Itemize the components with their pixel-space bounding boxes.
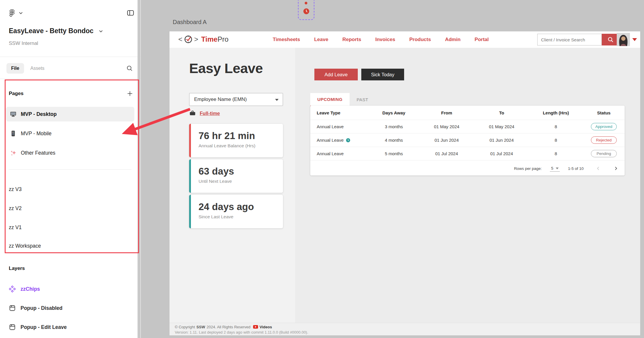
cell-from: 01 May 2024	[419, 124, 474, 129]
timepro-logo[interactable]: < > TimePro	[178, 35, 228, 44]
rows-per-page-value: 5	[551, 166, 553, 170]
layer-popup-disabled[interactable]: Popup - Disabled	[9, 301, 62, 315]
leave-type-text: Annual Leave	[317, 138, 344, 143]
frame-title[interactable]: Dashboard A	[173, 19, 207, 26]
cell-status: Pending	[583, 150, 625, 157]
employment-type-link[interactable]: Full-time	[200, 111, 220, 116]
nav-portal[interactable]: Portal	[474, 37, 489, 43]
add-leave-button[interactable]: Add Leave	[314, 69, 358, 80]
frame-icon	[9, 324, 16, 331]
divider	[0, 79, 141, 79]
tab-past[interactable]: PAST	[350, 93, 375, 107]
cell-to: 01 Jul 2024	[474, 151, 529, 156]
file-title[interactable]: EasyLeave - Betty Bondoc	[9, 27, 103, 35]
logo-angle-close: >	[194, 35, 198, 43]
col-to: To	[474, 110, 529, 115]
layer-label: Popup - Disabled	[21, 305, 62, 311]
table-row[interactable]: Annual Leave 3 months 01 May 2024 01 May…	[310, 120, 625, 133]
cell-from: 01 Jun 2024	[419, 138, 474, 143]
rows-per-page-select[interactable]: 5	[550, 165, 560, 172]
ssw-brand[interactable]: SSW	[196, 325, 205, 329]
status-badge: Approved	[591, 123, 617, 130]
sidebar-page-zz-v3[interactable]: zz V3	[9, 182, 22, 196]
user-avatar[interactable]	[617, 33, 630, 46]
sidebar-page-zz-v2[interactable]: zz V2	[9, 202, 22, 215]
layer-popup-edit-leave[interactable]: Popup - Edit Leave	[9, 320, 67, 334]
briefcase-icon	[189, 110, 196, 117]
stat-card-until-next-leave: 63 days Until Next Leave	[189, 159, 283, 193]
selection-dot	[305, 2, 307, 4]
nav-admin[interactable]: Admin	[445, 37, 460, 43]
sidebar-page-mvp-desktop[interactable]: MVP - Desktop	[6, 107, 134, 121]
layers-section-header: Layers	[9, 263, 133, 274]
col-days-away: Days Away	[369, 110, 419, 115]
employment-type-row: Full-time	[189, 110, 220, 117]
cell-days-away: 4 months	[369, 138, 419, 143]
tab-upcoming[interactable]: UPCOMING	[310, 93, 350, 107]
sparkles-icon	[10, 150, 16, 156]
cell-length: 8	[529, 151, 583, 156]
stat-card-since-last-leave: 24 days ago Since Last Leave	[189, 195, 283, 228]
tab-assets[interactable]: Assets	[30, 66, 45, 71]
sidebar-page-zz-workspace[interactable]: zz Workspace	[9, 239, 41, 253]
cell-days-away: 3 months	[369, 124, 419, 129]
nav-reports[interactable]: Reports	[342, 37, 361, 43]
prev-page-icon[interactable]	[596, 166, 601, 171]
nav-timesheets[interactable]: Timesheets	[273, 37, 300, 43]
cell-leave-type: Annual Leave	[310, 138, 369, 143]
clock-marker-icon	[303, 8, 309, 14]
frame-icon	[9, 305, 16, 312]
cell-length: 8	[529, 138, 583, 143]
col-status: Status	[583, 110, 625, 115]
brand-pro: Pro	[218, 35, 228, 43]
sick-today-button[interactable]: Sick Today	[361, 69, 404, 80]
nav-products[interactable]: Products	[409, 37, 431, 43]
layer-zzchips[interactable]: zzChips	[9, 282, 40, 296]
toggle-panel-icon[interactable]	[126, 9, 135, 17]
table-header-row: Leave Type Days Away From To Length (Hrs…	[310, 106, 625, 120]
chevron-down-icon	[556, 168, 559, 169]
pagination-range: 1-5 of 10	[568, 166, 584, 171]
table-row[interactable]: Annual Leave 5 months 01 Jul 2024 01 Jul…	[310, 147, 625, 160]
stat-value: 63 days	[199, 166, 283, 177]
main-nav: Timesheets Leave Reports Invoices Produc…	[273, 31, 489, 48]
sidebar-page-mvp-mobile[interactable]: MVP - Mobile	[6, 126, 134, 141]
cell-to: 01 May 2024	[474, 124, 529, 129]
table-row[interactable]: Annual Leave 4 months 01 Jun 2024 01 Jun…	[310, 133, 625, 147]
figma-logo-icon[interactable]	[8, 9, 16, 17]
tab-file[interactable]: File	[6, 63, 24, 74]
file-title-text: EasyLeave - Betty Bondoc	[9, 27, 94, 35]
cell-length: 8	[529, 124, 583, 129]
copyright-prefix: © Copyright	[175, 325, 195, 329]
chevron-down-icon[interactable]	[19, 11, 23, 14]
avatar-dropdown-caret[interactable]	[632, 38, 637, 41]
nav-invoices[interactable]: Invoices	[375, 37, 395, 43]
divider	[9, 169, 131, 170]
sidebar-tabs: File Assets	[6, 62, 133, 75]
sidebar-scrollbar[interactable]	[138, 0, 140, 338]
stat-value: 24 days ago	[199, 201, 283, 212]
sidebar-page-other-features[interactable]: Other Features	[6, 146, 134, 160]
employee-select[interactable]: Employee Name (EMN)	[189, 93, 283, 106]
sidebar-page-zz-v1[interactable]: zz V1	[9, 221, 22, 234]
magnifier-icon	[607, 36, 614, 43]
logo-angle-open: <	[178, 35, 182, 43]
project-name[interactable]: SSW Internal	[9, 40, 38, 46]
stat-value: 76 hr 21 min	[199, 130, 283, 141]
videos-link[interactable]: Videos	[260, 325, 272, 329]
client-invoice-search-input[interactable]	[537, 34, 602, 45]
pages-section-header: Pages	[9, 88, 133, 99]
stat-label: Since Last Leave	[199, 214, 283, 219]
layer-label: Popup - Edit Leave	[21, 324, 67, 330]
canvas-selection-box[interactable]	[298, 0, 314, 20]
status-badge: Pending	[591, 150, 617, 157]
nav-leave[interactable]: Leave	[314, 37, 328, 43]
footer-version-line: Version: 1.11. Last deployed 2 days ago …	[175, 330, 640, 334]
leave-table-panel: Add Leave Sick Today UPCOMING PAST Leave…	[295, 48, 640, 323]
plus-icon[interactable]	[127, 90, 133, 97]
search-icon[interactable]	[126, 65, 133, 72]
info-clock-icon[interactable]	[346, 138, 350, 142]
cell-days-away: 5 months	[369, 151, 419, 156]
next-page-icon[interactable]	[614, 166, 618, 171]
youtube-icon[interactable]	[253, 325, 258, 329]
